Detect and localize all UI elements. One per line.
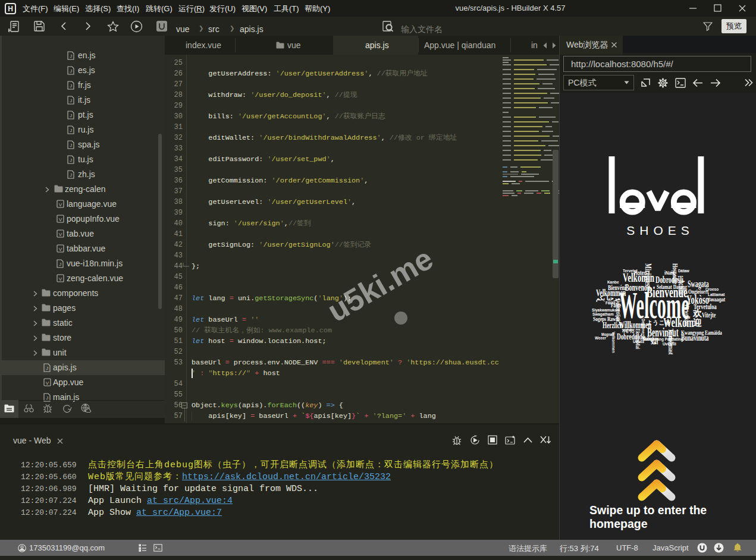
svg-text:V: V xyxy=(59,232,62,237)
svg-text:V: V xyxy=(59,202,62,207)
svg-text:J: J xyxy=(70,113,72,118)
svg-text:J: J xyxy=(70,98,72,103)
svg-text:V: V xyxy=(59,247,62,252)
svg-text:J: J xyxy=(70,54,72,59)
svg-text:H: H xyxy=(8,5,13,13)
svg-text:J: J xyxy=(70,83,72,89)
svg-text:J: J xyxy=(70,128,72,133)
svg-text:V: V xyxy=(59,217,62,222)
svg-text:J: J xyxy=(46,366,48,371)
svg-text:J: J xyxy=(59,262,61,267)
svg-text:V: V xyxy=(46,380,49,386)
svg-text:J: J xyxy=(70,143,72,148)
svg-text:V: V xyxy=(59,276,62,282)
svg-text:J: J xyxy=(70,68,72,74)
svg-text:J: J xyxy=(70,172,72,178)
svg-text:J: J xyxy=(70,158,72,163)
